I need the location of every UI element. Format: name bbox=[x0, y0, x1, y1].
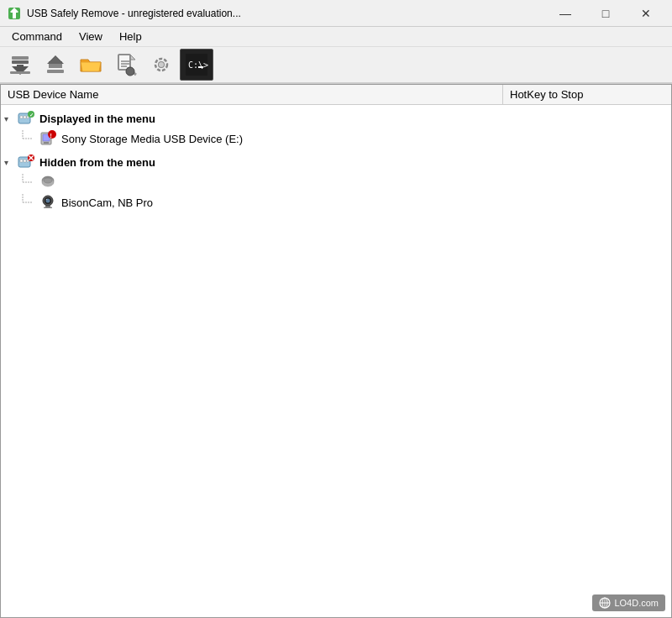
svg-rect-5 bbox=[12, 60, 29, 64]
usb-green-icon: ✓ bbox=[18, 110, 34, 127]
svg-marker-14 bbox=[130, 55, 135, 60]
svg-point-23 bbox=[159, 62, 164, 67]
menu-help[interactable]: Help bbox=[111, 29, 150, 45]
svg-rect-42 bbox=[24, 160, 26, 162]
svg-rect-43 bbox=[27, 160, 29, 162]
toolbar: C:\> bbox=[0, 47, 672, 84]
tree-connector-icon bbox=[21, 174, 38, 191]
group-displayed-header[interactable]: ▾ ✓ Displayed in the menu bbox=[1, 108, 671, 128]
app-icon bbox=[7, 6, 22, 21]
usb-storage-icon: ! bbox=[39, 130, 56, 147]
svg-text:!: ! bbox=[50, 133, 52, 139]
group-hidden: ▾ Hidden from the menu bbox=[1, 152, 671, 212]
chevron-hidden: ▾ bbox=[4, 158, 14, 167]
eject-button[interactable] bbox=[39, 49, 72, 81]
menu-view[interactable]: View bbox=[71, 29, 111, 45]
svg-rect-28 bbox=[20, 116, 23, 118]
webcam-icon bbox=[39, 194, 56, 211]
tree-connector-icon bbox=[21, 194, 38, 211]
stop-button[interactable] bbox=[3, 49, 37, 81]
chevron-displayed: ▾ bbox=[4, 114, 14, 123]
close-button[interactable]: ✕ bbox=[627, 2, 665, 25]
column-headers: USB Device Name HotKey to Stop bbox=[1, 85, 671, 105]
window-controls: — □ ✕ bbox=[546, 2, 665, 25]
svg-point-51 bbox=[44, 178, 52, 183]
console-button[interactable]: C:\> bbox=[180, 49, 213, 81]
col-header-hotkey: HotKey to Stop bbox=[503, 85, 671, 104]
list-item[interactable]: BisonCam, NB Pro bbox=[21, 192, 671, 212]
group-displayed-children: ! Sony Storage Media USB Device (E:) bbox=[1, 128, 671, 149]
svg-point-38 bbox=[48, 130, 56, 139]
tree-connector-icon bbox=[21, 130, 38, 147]
group-hidden-children: BisonCam, NB Pro bbox=[1, 172, 671, 212]
group-displayed-label: Displayed in the menu bbox=[39, 113, 155, 125]
svg-rect-41 bbox=[20, 160, 23, 162]
svg-rect-4 bbox=[12, 56, 29, 60]
svg-marker-11 bbox=[48, 56, 63, 64]
sony-device-label: Sony Storage Media USB Device (E:) bbox=[61, 133, 243, 145]
group-hidden-label: Hidden from the menu bbox=[39, 156, 155, 169]
svg-point-57 bbox=[46, 199, 48, 201]
window-title: USB Safely Remove - unregistered evaluat… bbox=[27, 8, 546, 19]
menu-bar: Command View Help bbox=[0, 27, 672, 47]
svg-rect-26 bbox=[198, 66, 203, 68]
svg-text:C:\>: C:\> bbox=[188, 60, 208, 70]
menu-command[interactable]: Command bbox=[3, 29, 71, 45]
svg-rect-59 bbox=[44, 207, 52, 209]
col-header-device-name: USB Device Name bbox=[1, 85, 503, 104]
usb-red-icon bbox=[18, 154, 34, 170]
list-item[interactable]: ! Sony Storage Media USB Device (E:) bbox=[21, 128, 671, 149]
svg-rect-7 bbox=[10, 71, 30, 74]
svg-rect-37 bbox=[44, 142, 49, 144]
svg-rect-29 bbox=[24, 116, 26, 118]
group-displayed: ▾ ✓ Displayed in the menu bbox=[1, 108, 671, 149]
maximize-button[interactable]: □ bbox=[586, 2, 625, 25]
svg-point-20 bbox=[126, 67, 134, 76]
svg-rect-12 bbox=[49, 64, 62, 68]
bisoncam-label: BisonCam, NB Pro bbox=[61, 196, 153, 209]
title-bar: USB Safely Remove - unregistered evaluat… bbox=[0, 0, 672, 27]
properties-button[interactable] bbox=[109, 49, 143, 81]
settings-button[interactable] bbox=[144, 49, 178, 81]
svg-rect-8 bbox=[47, 70, 64, 73]
watermark: LO4D.com bbox=[592, 594, 665, 611]
group-hidden-header[interactable]: ▾ Hidden from the menu bbox=[1, 152, 671, 172]
watermark-text: LO4D.com bbox=[614, 598, 659, 608]
svg-text:✓: ✓ bbox=[29, 113, 34, 118]
unknown-device-icon bbox=[39, 174, 56, 191]
minimize-button[interactable]: — bbox=[546, 2, 585, 25]
list-item[interactable] bbox=[21, 172, 671, 192]
device-tree: ▾ ✓ Displayed in the menu bbox=[1, 105, 671, 617]
globe-icon bbox=[599, 597, 611, 609]
content-area: USB Device Name HotKey to Stop ▾ ✓ bbox=[0, 84, 672, 618]
open-folder-button[interactable] bbox=[74, 49, 108, 81]
